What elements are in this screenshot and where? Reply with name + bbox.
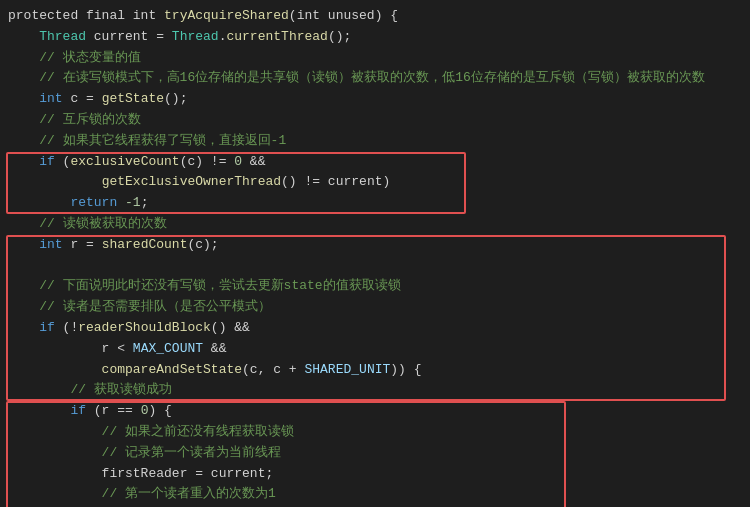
code-line: // 记录第一个读者为当前线程: [0, 443, 750, 464]
code-line: // 读锁被获取的次数: [0, 214, 750, 235]
code-line: int r = sharedCount(c);: [0, 235, 750, 256]
code-line: // 互斥锁的次数: [0, 110, 750, 131]
code-line: // 读者是否需要排队（是否公平模式）: [0, 297, 750, 318]
code-line: compareAndSetState(c, c + SHARED_UNIT)) …: [0, 360, 750, 381]
code-line: r < MAX_COUNT &&: [0, 339, 750, 360]
code-line: // 第一个读者重入的次数为1: [0, 484, 750, 505]
code-line: return -1;: [0, 193, 750, 214]
code-line: int c = getState();: [0, 89, 750, 110]
code-line: if (!readerShouldBlock() &&: [0, 318, 750, 339]
code-line: [0, 256, 750, 277]
code-line: protected final int tryAcquireShared(int…: [0, 6, 750, 27]
code-line: // 状态变量的值: [0, 48, 750, 69]
code-line: // 如果其它线程获得了写锁，直接返回-1: [0, 131, 750, 152]
code-line: getExclusiveOwnerThread() != current): [0, 172, 750, 193]
code-line: // 下面说明此时还没有写锁，尝试去更新state的值获取读锁: [0, 276, 750, 297]
code-line: // 获取读锁成功: [0, 380, 750, 401]
code-line: if (exclusiveCount(c) != 0 &&: [0, 152, 750, 173]
code-line: // 如果之前还没有线程获取读锁: [0, 422, 750, 443]
code-line: if (r == 0) {: [0, 401, 750, 422]
code-line: Thread current = Thread.currentThread();: [0, 27, 750, 48]
code-container: protected final int tryAcquireShared(int…: [0, 0, 750, 507]
code-line: // 在读写锁模式下，高16位存储的是共享锁（读锁）被获取的次数，低16位存储的…: [0, 68, 750, 89]
code-line: firstReader = current;: [0, 464, 750, 485]
